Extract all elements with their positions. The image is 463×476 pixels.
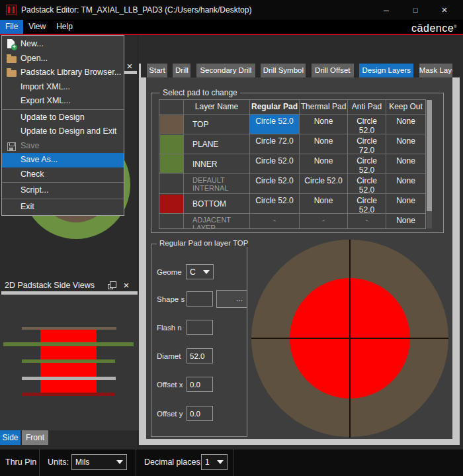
shape-browse-button[interactable]: ... — [216, 290, 247, 308]
menu-item-script[interactable]: Script... — [2, 183, 124, 198]
menu-view[interactable]: View — [23, 20, 51, 34]
thermal-pad-cell[interactable]: None — [300, 154, 348, 174]
anti-pad-cell[interactable]: Circle 52.0 — [348, 174, 386, 194]
menu-separator — [2, 109, 124, 110]
chevron-down-icon — [217, 460, 224, 464]
menu-item-check[interactable]: Check — [2, 167, 124, 182]
layer-swatch-cell[interactable] — [159, 174, 184, 194]
panel-scrollbar-horizontal[interactable] — [139, 439, 460, 445]
tab-mask-layers[interactable]: Mask Layers — [419, 64, 452, 77]
decimal-places-label: Decimal places: — [144, 449, 202, 476]
menu-item-label: Padstack Library Browser... — [21, 68, 121, 77]
thermal-pad-cell[interactable]: - — [300, 214, 348, 229]
float-panel-icon[interactable] — [108, 284, 113, 289]
tab-drill-symbol[interactable]: Drill Symbol — [261, 64, 306, 77]
layer-name-cell[interactable]: INNER — [184, 154, 250, 174]
anti-pad-cell[interactable]: - — [348, 214, 386, 229]
layer-swatch-cell[interactable] — [159, 194, 184, 214]
tab-start[interactable]: Start — [147, 64, 167, 77]
keep-out-cell[interactable]: None — [386, 134, 425, 154]
offset-x-input[interactable] — [187, 377, 213, 392]
regular-pad-cell[interactable]: Circle 72.0 — [250, 134, 300, 154]
maximize-button[interactable]: □ — [401, 0, 430, 20]
layer-name-header: Layer Name — [184, 100, 250, 115]
menu-item-import-xml[interactable]: Import XML... — [2, 80, 124, 95]
layer-color-swatch — [160, 135, 183, 154]
close-button[interactable]: × — [430, 0, 459, 20]
tab-design-layers[interactable]: Design Layers — [359, 64, 413, 77]
tab-secondary-drill[interactable]: Secondary Drill — [196, 64, 255, 77]
tab-front[interactable]: Front — [22, 430, 48, 445]
layer-color-swatch — [160, 115, 183, 134]
decimal-places-value: 1 — [205, 457, 210, 467]
table-row-bottom: BOTTOM Circle 52.0 None Circle 52.0 None — [159, 194, 425, 214]
menu-item-save-as[interactable]: Save As... — [2, 153, 124, 167]
decimal-places-dropdown[interactable]: 1 — [201, 454, 228, 470]
units-dropdown[interactable]: Mils — [71, 454, 127, 470]
regular-pad-cell[interactable]: Circle 52.0 — [250, 194, 300, 214]
regular-pad-cell[interactable]: Circle 52.0 — [250, 115, 300, 134]
anti-pad-cell[interactable]: Circle 52.0 — [348, 194, 386, 214]
thermal-pad-cell[interactable]: None — [300, 194, 348, 214]
keep-out-cell[interactable]: None — [386, 214, 425, 229]
thermal-pad-cell[interactable]: Circle 52.0 — [300, 174, 348, 194]
menu-item-label: Update to Design and Exit — [21, 126, 116, 136]
regular-pad-cell[interactable]: Circle 52.0 — [250, 154, 300, 174]
new-file-icon: + — [6, 39, 18, 50]
menu-help[interactable]: Help — [51, 20, 78, 34]
tab-side[interactable]: Side — [0, 430, 21, 445]
layer-swatch-cell[interactable] — [159, 115, 184, 134]
regular-pad-header: Regular Pad — [250, 100, 300, 115]
anti-pad-cell[interactable]: Circle 52.0 — [348, 115, 386, 134]
cadence-logo: cādence® — [411, 20, 457, 34]
keep-out-cell[interactable]: None — [386, 194, 425, 214]
top-view-close-icon[interactable]: × — [124, 60, 136, 72]
layer-swatch-cell[interactable] — [159, 154, 184, 174]
table-row-top: TOP Circle 52.0 None Circle 52.0 None — [159, 115, 425, 134]
layer-swatch-cell[interactable] — [159, 214, 184, 229]
side-views-close-icon[interactable]: × — [120, 279, 132, 291]
menu-item-new[interactable]: + New... — [2, 37, 124, 52]
layer-name-cell[interactable]: TOP — [184, 115, 250, 134]
anti-pad-cell[interactable]: Circle 52.0 — [348, 154, 386, 174]
folder-icon — [6, 68, 18, 78]
minimize-icon: – — [384, 5, 389, 15]
window-title: Padstack Editor: TM_AXIAL_LLB_PAD3 (C:/U… — [21, 0, 251, 20]
menu-item-update-to-design[interactable]: Update to Design — [2, 111, 124, 125]
regular-pad-cell[interactable]: Circle 52.0 — [250, 174, 300, 194]
side-view-canvas — [0, 295, 139, 430]
layer-name-cell[interactable]: DEFAULT INTERNAL — [184, 174, 250, 194]
tab-drill[interactable]: Drill — [173, 64, 190, 77]
panel-scrollbar-vertical[interactable] — [452, 77, 460, 445]
flash-input[interactable] — [187, 320, 213, 335]
menu-item-exit[interactable]: Exit — [2, 200, 124, 214]
offset-y-label: Offset y — [157, 410, 183, 418]
layer-swatch-cell[interactable] — [159, 134, 184, 154]
keep-out-cell[interactable]: None — [386, 115, 425, 134]
chevron-down-icon — [116, 460, 123, 464]
title-bar: Padstack Editor: TM_AXIAL_LLB_PAD3 (C:/U… — [0, 0, 463, 20]
regular-pad-cell[interactable]: - — [250, 214, 300, 229]
shape-input[interactable] — [187, 291, 213, 307]
layer-name-cell[interactable]: ADJACENT LAYER — [184, 214, 250, 229]
geometry-dropdown[interactable]: C — [186, 264, 214, 279]
menu-item-padstack-library-browser[interactable]: Padstack Library Browser... — [2, 66, 124, 80]
layer-name-cell[interactable]: PLANE — [184, 134, 250, 154]
anti-pad-cell[interactable]: Circle 72.0 — [348, 134, 386, 154]
diameter-input[interactable] — [187, 348, 213, 363]
menu-item-open[interactable]: Open... — [2, 52, 124, 66]
thermal-pad-cell[interactable]: None — [300, 134, 348, 154]
table-scrollbar-thumb[interactable] — [427, 100, 432, 211]
keep-out-cell[interactable]: None — [386, 154, 425, 174]
menu-file[interactable]: File — [0, 20, 23, 34]
offset-y-input[interactable] — [187, 406, 213, 421]
layer-name-cell[interactable]: BOTTOM — [184, 194, 250, 214]
table-scrollbar[interactable] — [427, 100, 432, 228]
keep-out-cell[interactable]: None — [386, 174, 425, 194]
tab-drill-offset[interactable]: Drill Offset — [312, 64, 354, 77]
minimize-button[interactable]: – — [372, 0, 401, 20]
menu-item-export-xml[interactable]: Export XML... — [2, 94, 124, 109]
menu-item-label: Exit — [21, 202, 34, 211]
menu-item-update-to-design-and-exit[interactable]: Update to Design and Exit — [2, 124, 124, 139]
thermal-pad-cell[interactable]: None — [300, 115, 348, 134]
